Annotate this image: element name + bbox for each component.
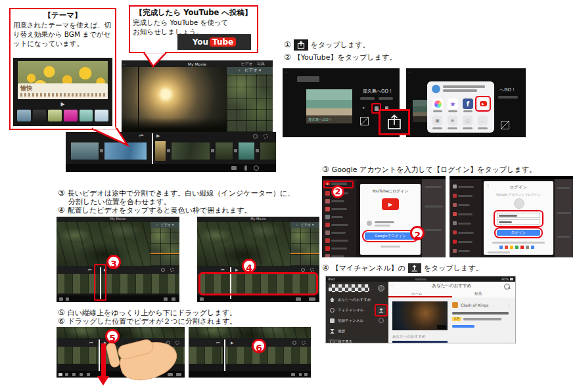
tab-videos[interactable]: 動画 (474, 290, 482, 297)
play-icon[interactable]: ▸ (363, 105, 365, 110)
media-browser-header[interactable]: ‹ ビデオ ▾ (227, 67, 273, 74)
sidebar-icon[interactable] (325, 230, 330, 235)
toolbar-icon[interactable] (304, 373, 308, 376)
toolbar-icon[interactable] (164, 297, 168, 301)
timeline-clip[interactable] (260, 142, 276, 160)
copy-icon[interactable]: ⊕ (448, 116, 457, 125)
overflow-menu-icon[interactable]: ⋮ (507, 341, 511, 343)
theme-thumbnail[interactable] (48, 110, 62, 121)
theme-thumbnail[interactable] (95, 110, 108, 121)
edit-icon[interactable] (501, 121, 509, 129)
project-thumbnail[interactable]: 屋久島へGO！ (306, 89, 352, 123)
play-icon[interactable]: ▶ (156, 133, 160, 139)
gear-icon[interactable] (378, 285, 384, 292)
toolbar-icon[interactable] (291, 373, 295, 376)
toolbar-icon[interactable] (296, 297, 301, 301)
timeline-filmstrip[interactable] (57, 274, 179, 294)
theme-thumbnail[interactable] (17, 110, 31, 121)
share-icon[interactable] (294, 39, 308, 51)
playhead-indicator[interactable] (152, 133, 153, 164)
media-tabs[interactable]: ビデオ 写真 (241, 61, 265, 67)
transition-icon[interactable] (256, 149, 259, 152)
toolbar-icon[interactable] (59, 297, 63, 301)
media-browser-header[interactable]: ‹ ビデオ ▾ (150, 222, 179, 228)
timeline-clip[interactable] (239, 142, 254, 160)
install-link-blur[interactable] (452, 325, 474, 328)
sidebar-icon[interactable] (325, 191, 330, 196)
undo-icon[interactable] (170, 268, 174, 272)
transition-icon[interactable] (234, 149, 237, 152)
play-button[interactable]: ▶ (13, 100, 112, 108)
gear-icon[interactable] (254, 165, 259, 171)
playhead-indicator[interactable] (224, 339, 225, 371)
toolbar-icon[interactable] (200, 297, 204, 301)
skip-back-icon[interactable]: ⏮ (88, 267, 91, 272)
undo-icon[interactable] (302, 341, 306, 345)
sidebar-icon[interactable] (325, 254, 330, 257)
save-video-icon[interactable]: ▣ (432, 116, 442, 125)
search-icon[interactable] (504, 284, 510, 290)
toolbar-icon[interactable] (87, 373, 90, 376)
theme-thumbnail[interactable] (64, 110, 78, 121)
photos-app-icon[interactable] (432, 98, 443, 109)
sidebar-icon[interactable] (453, 203, 457, 207)
media-thumbnail-grid[interactable] (150, 228, 179, 266)
settings-icon[interactable] (292, 341, 296, 345)
timeline-filmstrip[interactable] (189, 347, 311, 364)
sidebar-icon[interactable] (453, 194, 457, 198)
sidebar-icon[interactable] (325, 215, 330, 219)
sidebar-item-history[interactable]: 履歴 (330, 329, 345, 334)
settings-icon[interactable] (253, 134, 258, 139)
facebook-app-icon[interactable]: f (463, 98, 473, 109)
upload-icon[interactable] (408, 263, 421, 273)
media-thumbnail-grid[interactable] (227, 74, 273, 132)
toolbar-icon[interactable] (299, 373, 302, 376)
skip-back-icon[interactable]: ⏮ (139, 133, 143, 139)
play-icon[interactable]: ▶ (235, 267, 239, 272)
camera-icon[interactable] (231, 166, 237, 170)
video-thumbnail[interactable] (392, 341, 448, 343)
back-icon[interactable]: ‹ (285, 70, 287, 74)
toolbar-icon[interactable] (58, 373, 62, 376)
sidebar-icon[interactable] (325, 238, 330, 243)
icloud-icon[interactable]: ○ (463, 116, 473, 125)
imovie-theater-app-icon[interactable]: ★ (448, 98, 458, 109)
ad-video-thumbnail[interactable] (392, 301, 448, 330)
transition-icon[interactable] (211, 149, 214, 152)
sidebar-item-mychannel[interactable]: マイチャンネル (330, 308, 363, 313)
sidebar-icon[interactable] (325, 199, 330, 204)
sidebar-icon[interactable] (453, 249, 457, 253)
back-icon[interactable]: ‹ (487, 183, 489, 188)
overflow-menu-icon[interactable]: ⋮ (507, 302, 511, 307)
sidebar-icon[interactable] (325, 207, 330, 211)
sidebar-icon[interactable] (453, 185, 457, 188)
theme-thumbnail[interactable] (80, 110, 93, 121)
sidebar-item-recommended[interactable]: あなたへのおすすめ (330, 297, 371, 302)
audio-icon[interactable] (264, 134, 268, 139)
theme-thumbnail[interactable] (33, 110, 47, 121)
media-thumbnail-grid[interactable] (290, 228, 319, 266)
sidebar-icon[interactable] (453, 230, 457, 234)
skip-back-icon[interactable]: ⏮ (216, 340, 219, 345)
sidebar-item-subscriptions[interactable]: 登録チャンネル (330, 318, 363, 323)
mic-icon[interactable] (244, 165, 247, 171)
ad-card-title[interactable]: Clash of Kings (461, 303, 488, 307)
share-icon-zoom[interactable] (379, 109, 410, 135)
skip-back-icon[interactable]: ⏮ (89, 340, 93, 345)
timeline-clip[interactable] (172, 142, 210, 160)
toolbar-icon[interactable] (172, 297, 175, 301)
more-icon[interactable]: … (478, 116, 488, 125)
toolbar-icon[interactable] (80, 373, 83, 376)
toolbar-icon[interactable] (309, 297, 315, 301)
toolbar-icon[interactable] (66, 297, 69, 301)
sidebar-icon[interactable] (325, 223, 330, 227)
media-browser-header[interactable]: ‹ ビデオ ▾ (290, 222, 319, 228)
toolbar-icon[interactable] (65, 373, 68, 376)
playhead-indicator[interactable] (99, 339, 100, 371)
back-icon[interactable]: ‹ (409, 70, 410, 74)
timeline-clip[interactable] (155, 141, 166, 161)
play-icon[interactable]: ▶ (231, 340, 234, 345)
sidebar-icon[interactable] (453, 212, 457, 216)
sidebar-icon[interactable] (453, 240, 457, 244)
timeline-clip[interactable] (216, 142, 233, 160)
